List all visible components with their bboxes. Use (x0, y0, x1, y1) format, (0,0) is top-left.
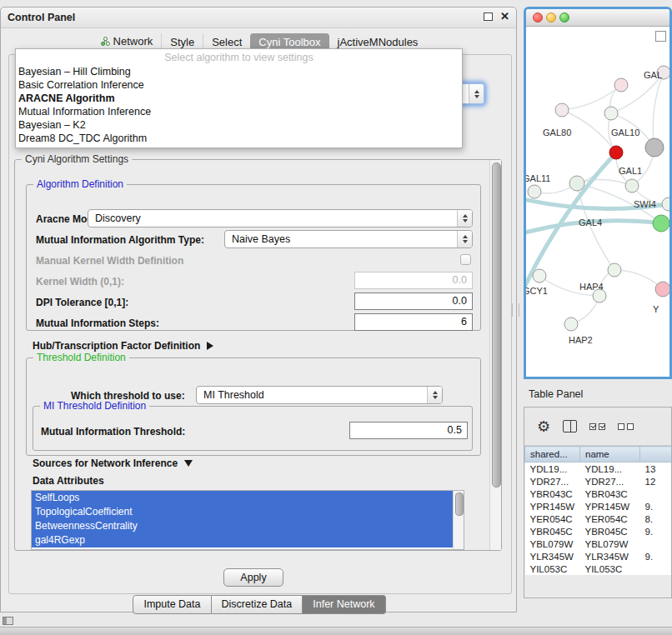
mi-steps-input[interactable]: 6 (354, 313, 473, 331)
table-cell[interactable]: YIL053C (580, 562, 640, 575)
table-cell[interactable] (640, 488, 672, 500)
node-label: GAL11 (526, 173, 550, 183)
attribute-betweennesscentrality[interactable]: BetweennessCentrality (32, 519, 453, 533)
table-row[interactable]: YBL079WYBL079W (525, 538, 672, 550)
column-header-blank[interactable] (640, 447, 672, 462)
split-pane-grip[interactable] (512, 303, 519, 317)
settings-scrollbar[interactable] (489, 160, 501, 550)
table-row[interactable]: YBR045CYBR045C9. (525, 525, 672, 538)
graph-node-gal80[interactable] (555, 103, 569, 117)
table-cell[interactable]: 9. (640, 550, 672, 562)
graph-node-hap2[interactable] (564, 318, 578, 331)
canvas-corner-box[interactable] (655, 31, 666, 42)
graph-node-rednode[interactable] (609, 146, 623, 159)
table-cell[interactable]: YER054C (525, 512, 580, 525)
bottom-tab-discretize-data[interactable]: Discretize Data (212, 595, 303, 614)
table-cell[interactable]: 8. (640, 512, 672, 525)
bottom-tab-infer-network[interactable]: Infer Network (303, 595, 385, 614)
table-cell[interactable]: YLR345W (580, 550, 640, 562)
aracne-mode-select[interactable]: Discovery (88, 209, 473, 228)
table-cell[interactable]: YLR345W (525, 550, 580, 562)
graph-node-gal10[interactable] (604, 107, 618, 120)
attribute-topologicalcoefficient[interactable]: TopologicalCoefficient (32, 505, 453, 519)
manual-kernel-width-checkbox[interactable] (460, 254, 471, 265)
deselect-all-icon[interactable] (618, 423, 634, 430)
table-cell[interactable]: 13 (640, 462, 672, 476)
apply-button[interactable]: Apply (223, 568, 283, 587)
dpi-tolerance-input[interactable]: 0.0 (354, 292, 473, 310)
bottom-tab-impute-data[interactable]: Impute Data (133, 595, 211, 614)
table-row[interactable]: YBR043CYBR043C (525, 488, 672, 500)
mi-threshold-input[interactable]: 0.5 (349, 422, 468, 439)
table-cell[interactable]: YDR27... (525, 475, 580, 488)
algorithm-option-dream8-dc-tdc-algorithm[interactable]: Dream8 DC_TDC Algorithm (16, 132, 462, 145)
network-icon (101, 36, 110, 48)
table-cell[interactable]: YBR043C (580, 488, 640, 500)
gear-icon[interactable]: ⚙ (537, 419, 550, 434)
table-cell[interactable]: YPR145W (525, 500, 580, 512)
graph-node-midnode[interactable] (608, 263, 621, 277)
algorithm-option-bayesian-hill-climbing[interactable]: Bayesian – Hill Climbing (16, 65, 462, 78)
algorithm-option-aracne-algorithm[interactable]: ARACNE Algorithm (16, 92, 462, 105)
table-cell[interactable]: YDL19... (525, 462, 580, 476)
graph-node-gcy1[interactable] (533, 269, 546, 282)
table-cell[interactable]: 12 (640, 475, 672, 488)
panel-dock-icon[interactable] (3, 617, 13, 625)
scrollbar-thumb[interactable] (492, 162, 501, 488)
kernel-width-input[interactable]: 0.0 (354, 272, 473, 289)
graph-node-toppink[interactable] (614, 78, 628, 92)
close-icon[interactable]: ✕ (500, 11, 509, 22)
algorithm-option-mutual-information-inference[interactable]: Mutual Information Inference (16, 105, 462, 118)
column-header-name[interactable]: name (580, 447, 640, 462)
graph-node-graynode[interactable] (645, 138, 664, 157)
graph-node-gal11[interactable] (528, 185, 541, 198)
table-cell[interactable] (640, 562, 672, 575)
table-cell[interactable]: 9. (640, 500, 672, 512)
table-cell[interactable]: YER054C (580, 512, 640, 525)
zoom-traffic-light-icon[interactable] (559, 12, 569, 22)
table-row[interactable]: YDL19...YDL19...13 (525, 462, 672, 476)
table-row[interactable]: YIL053CYIL053C (525, 562, 672, 575)
table-row[interactable]: YLR345WYLR345W9. (525, 550, 672, 562)
table-row[interactable]: YPR145WYPR145W9. (525, 500, 672, 512)
graph-node-greennode[interactable] (653, 215, 669, 232)
close-traffic-light-icon[interactable] (533, 12, 543, 22)
table-cell[interactable]: YBR045C (580, 525, 640, 538)
sources-toggle[interactable]: Sources for Network Inference (33, 458, 193, 469)
which-threshold-select[interactable]: MI Threshold (196, 386, 443, 404)
table-cell[interactable]: 9. (640, 525, 672, 538)
table-cell[interactable]: YDR27... (580, 475, 640, 488)
graph-node-gal4[interactable] (569, 176, 584, 191)
list-scrollbar[interactable] (453, 491, 464, 549)
table-row[interactable]: YER054CYER054C8. (525, 512, 672, 525)
table-cell[interactable] (640, 538, 672, 550)
float-window-icon[interactable] (484, 12, 493, 21)
algorithm-option-bayesian-k2[interactable]: Bayesian – K2 (16, 118, 462, 132)
columns-icon[interactable] (563, 420, 577, 432)
hub-definition-toggle[interactable]: Hub/Transcription Factor Definition (33, 340, 213, 352)
graph-node-y[interactable] (655, 282, 669, 297)
table-cell[interactable]: YBL079W (525, 538, 580, 550)
minimize-traffic-light-icon[interactable] (546, 12, 556, 22)
column-header-shared[interactable]: shared... (525, 447, 580, 462)
table-cell[interactable]: YBR043C (525, 488, 580, 500)
attribute-gal4rgexp[interactable]: gal4RGexp (32, 533, 453, 548)
algorithm-option-basic-correlation-inference[interactable]: Basic Correlation Inference (16, 78, 462, 92)
graph-node-swi4[interactable] (662, 198, 669, 211)
table-cell[interactable]: YBL079W (580, 538, 640, 550)
table-cell[interactable]: YPR145W (580, 500, 640, 512)
control-panel-titlebar[interactable]: Control Panel ✕ (1, 8, 516, 28)
table-cell[interactable]: YIL053C (525, 562, 580, 575)
window-title: Control Panel (8, 12, 75, 23)
table-row[interactable]: YDR27...YDR27...12 (525, 475, 672, 488)
mi-algorithm-type-select[interactable]: Naive Bayes (224, 230, 473, 248)
attribute-selfloops[interactable]: SelfLoops (32, 491, 453, 505)
graph-node-gal1[interactable] (625, 179, 639, 192)
expanded-arrow-icon (184, 460, 193, 467)
network-canvas[interactable]: GALGAL80GAL10GAL11GAL1SWI4GAL4GCY1HAP4YH… (526, 27, 669, 379)
select-all-icon[interactable] (589, 423, 605, 430)
network-window-titlebar[interactable] (526, 9, 669, 27)
table-cell[interactable]: YDL19... (580, 462, 640, 476)
table-cell[interactable]: YBR045C (525, 525, 580, 538)
scrollbar-thumb[interactable] (455, 492, 464, 516)
